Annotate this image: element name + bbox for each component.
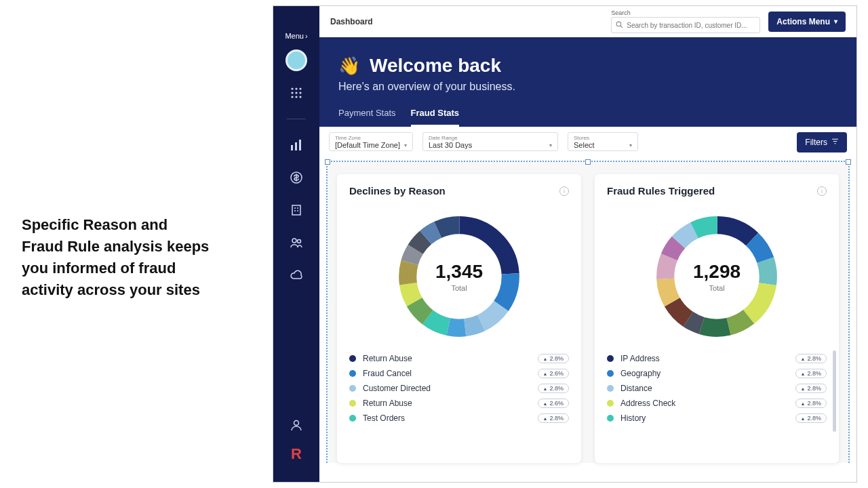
cloud-icon[interactable] [290, 268, 303, 282]
triangle-up-icon: ▲ [801, 416, 806, 421]
brand-logo: R [291, 445, 302, 463]
legend-dot [349, 415, 356, 422]
filter-value: [Default Time Zone] [335, 141, 400, 149]
legend-row[interactable]: Fraud Cancel▲2.6% [349, 369, 569, 378]
legend-row[interactable]: Return Abuse▲2.8% [349, 354, 569, 363]
building-icon[interactable] [290, 203, 303, 217]
delta-badge: ▲2.8% [795, 369, 827, 378]
selection-handle[interactable] [846, 159, 851, 165]
triangle-up-icon: ▲ [543, 401, 548, 406]
avatar[interactable] [285, 49, 307, 71]
svg-rect-10 [295, 142, 297, 150]
svg-point-5 [299, 92, 301, 94]
card-declines-by-reason: Declines by Reason i 1,345 Total Return … [337, 174, 581, 463]
svg-point-4 [295, 92, 297, 94]
selection-handle[interactable] [325, 159, 330, 165]
selection-handle[interactable] [585, 159, 591, 165]
donut-total-label: Total [451, 284, 467, 292]
tab-fraud-stats[interactable]: Fraud Stats [411, 108, 460, 127]
delta-badge: ▲2.8% [538, 413, 569, 423]
filter-stores[interactable]: Stores Select▾ [568, 132, 638, 151]
menu-toggle[interactable]: Menu › [285, 32, 307, 40]
donut-total-label: Total [709, 284, 724, 292]
apps-icon[interactable] [290, 86, 303, 100]
info-icon[interactable]: i [559, 186, 569, 196]
legend-row[interactable]: History▲2.8% [607, 413, 827, 423]
filter-value: Select [574, 141, 595, 149]
tab-payment-stats[interactable]: Payment Stats [338, 108, 396, 127]
dashboard-cards-selection: Declines by Reason i 1,345 Total Return … [326, 161, 850, 463]
legend-row[interactable]: Geography▲2.8% [607, 369, 827, 378]
legend-label: Distance [620, 384, 652, 393]
svg-point-7 [295, 96, 297, 98]
legend-label: Test Orders [363, 413, 405, 423]
svg-point-17 [616, 22, 621, 26]
users-icon[interactable] [290, 236, 303, 249]
svg-point-6 [291, 96, 293, 98]
app-window: Menu › [273, 5, 857, 483]
legend-dot [349, 400, 356, 407]
svg-point-15 [298, 240, 301, 243]
legend-row[interactable]: Test Orders▲2.8% [349, 413, 569, 423]
search-box[interactable] [611, 17, 760, 33]
delta-badge: ▲2.6% [538, 399, 569, 408]
triangle-up-icon: ▲ [543, 386, 548, 391]
legend-dot [607, 355, 614, 362]
hero: 👋 Welcome back Here's an overview of you… [319, 37, 856, 127]
legend-label: History [620, 413, 646, 423]
info-icon[interactable]: i [817, 186, 827, 196]
filters-button[interactable]: Filters [797, 132, 847, 152]
triangle-up-icon: ▲ [801, 371, 806, 376]
chevron-right-icon: › [305, 32, 308, 40]
delta-badge: ▲2.8% [795, 384, 827, 393]
legend-label: Geography [620, 369, 660, 378]
filter-time-zone[interactable]: Time Zone [Default Time Zone]▾ [329, 132, 413, 151]
delta-badge: ▲2.8% [795, 413, 827, 423]
triangle-up-icon: ▲ [801, 401, 806, 406]
hero-title: Welcome back [370, 55, 501, 77]
search-group: Search [611, 9, 760, 33]
donut-total: 1,298 [693, 261, 741, 283]
card-title: Declines by Reason [349, 185, 446, 197]
legend-row[interactable]: Customer Directed▲2.8% [349, 384, 569, 393]
svg-point-2 [299, 87, 301, 89]
donut-total: 1,345 [435, 261, 483, 283]
hero-tabs: Payment Stats Fraud Stats [338, 108, 837, 127]
legend-label: Fraud Cancel [363, 369, 412, 378]
billing-icon[interactable] [290, 171, 303, 184]
legend-row[interactable]: Return Abuse▲2.6% [349, 399, 569, 408]
svg-point-3 [291, 92, 293, 94]
legend-row[interactable]: IP Address▲2.8% [607, 354, 827, 363]
actions-menu-button[interactable]: Actions Menu ▾ [768, 12, 846, 32]
scrollbar[interactable] [833, 350, 836, 432]
svg-rect-9 [291, 145, 293, 150]
profile-icon[interactable] [290, 418, 303, 432]
search-icon [616, 21, 623, 30]
filter-date-range[interactable]: Date Range Last 30 Days▾ [422, 132, 558, 151]
legend-row[interactable]: Distance▲2.8% [607, 384, 827, 393]
legend-dot [607, 400, 614, 407]
filter-value: Last 30 Days [429, 141, 472, 149]
search-input[interactable] [627, 22, 755, 29]
card-fraud-rules-triggered: Fraud Rules Triggered i 1,298 Total IP A… [595, 174, 839, 463]
legend-dot [607, 385, 614, 392]
top-bar: Dashboard Search Actions Menu ▾ [319, 6, 856, 37]
analytics-icon[interactable] [290, 138, 303, 152]
search-label: Search [611, 9, 760, 16]
triangle-up-icon: ▲ [801, 386, 806, 391]
legend-label: Address Check [620, 399, 675, 408]
actions-menu-label: Actions Menu [776, 17, 830, 26]
triangle-up-icon: ▲ [543, 357, 548, 361]
rail-divider [287, 119, 306, 119]
breadcrumb[interactable]: Dashboard [330, 17, 373, 26]
filters-button-label: Filters [805, 138, 827, 147]
donut-chart-declines: 1,345 Total [391, 209, 527, 344]
menu-label-text: Menu [285, 32, 304, 40]
legend-dot [349, 370, 356, 377]
legend-label: Return Abuse [363, 399, 412, 408]
svg-rect-11 [299, 140, 301, 150]
legend-row[interactable]: Address Check▲2.8% [607, 399, 827, 408]
legend-dot [349, 355, 356, 362]
svg-point-8 [299, 96, 301, 98]
svg-point-1 [295, 87, 297, 89]
